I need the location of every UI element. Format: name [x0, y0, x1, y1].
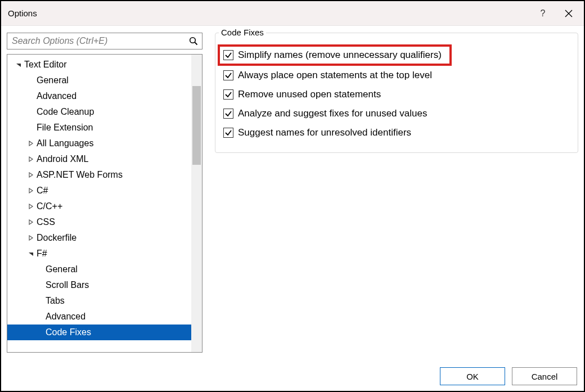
- caret-closed-icon: [28, 156, 34, 163]
- scrollbar[interactable]: [191, 55, 202, 352]
- close-button[interactable]: [556, 1, 582, 26]
- check-label: Simplify names (remove unnecessary quali…: [238, 49, 442, 61]
- tree-item[interactable]: File Extension: [7, 120, 202, 136]
- tree-label: All Languages: [37, 138, 93, 148]
- caret-closed-icon: [28, 172, 34, 178]
- caret-open-icon: [28, 250, 34, 257]
- tree-label: Text Editor: [24, 60, 67, 70]
- tree-item[interactable]: Dockerfile: [7, 230, 202, 246]
- check-row: Always place open statements at the top …: [223, 66, 570, 85]
- scroll-thumb[interactable]: [192, 86, 201, 165]
- tree-label: ASP.NET Web Forms: [37, 170, 123, 180]
- group-label: Code Fixes: [219, 28, 266, 37]
- check-label: Remove unused open statements: [238, 89, 381, 100]
- tree-label: F#: [37, 249, 47, 259]
- right-panel: Code Fixes Simplify names (remove unnece…: [215, 33, 578, 353]
- tree-item[interactable]: Android XML: [7, 151, 202, 167]
- tree-label: Scroll Bars: [46, 280, 89, 290]
- check-label: Always place open statements at the top …: [238, 70, 432, 81]
- checkbox[interactable]: [223, 50, 233, 60]
- check-label: Analyze and suggest fixes for unused val…: [238, 108, 427, 119]
- tree-label: Dockerfile: [37, 233, 76, 243]
- caret-open-icon: [15, 61, 22, 68]
- search-wrap: [7, 33, 202, 49]
- tree-label: General: [46, 264, 78, 274]
- tree-label: Code Cleanup: [37, 107, 94, 117]
- tree-label: C/C++: [37, 201, 62, 211]
- check-row: Simplify names (remove unnecessary quali…: [218, 44, 452, 66]
- tree-label: File Extension: [37, 123, 93, 133]
- checkbox[interactable]: [223, 128, 233, 138]
- caret-closed-icon: [28, 203, 34, 210]
- tree-item[interactable]: Scroll Bars: [7, 277, 202, 293]
- tree-item[interactable]: General: [7, 73, 202, 88]
- checkbox[interactable]: [223, 89, 233, 100]
- tree-item[interactable]: All Languages: [7, 136, 202, 151]
- caret-closed-icon: [28, 235, 34, 241]
- caret-closed-icon: [28, 187, 34, 194]
- tree-label: C#: [37, 186, 48, 196]
- tree-label: Code Fixes: [46, 327, 91, 337]
- tree-item[interactable]: Tabs: [7, 293, 202, 309]
- check-row: Suggest names for unresolved identifiers: [223, 123, 570, 142]
- tree-item[interactable]: Code Cleanup: [7, 104, 202, 120]
- tree-item[interactable]: Advanced: [7, 88, 202, 104]
- groupbox-code-fixes: Code Fixes Simplify names (remove unnece…: [215, 33, 578, 153]
- caret-closed-icon: [28, 219, 34, 226]
- titlebar: Options ?: [1, 1, 584, 26]
- close-icon: [565, 10, 573, 17]
- checkbox[interactable]: [223, 70, 233, 80]
- tree-item-text-editor[interactable]: Text Editor: [7, 57, 202, 73]
- tree-label: Advanced: [37, 91, 76, 101]
- tree-item[interactable]: F#: [7, 246, 202, 262]
- tree-item[interactable]: Code Fixes: [7, 325, 202, 340]
- tree-label: Android XML: [37, 154, 89, 164]
- tree-item[interactable]: Advanced: [7, 309, 202, 325]
- search-input[interactable]: [7, 33, 185, 49]
- dialog-buttons: OK Cancel: [440, 367, 577, 385]
- tree-item[interactable]: CSS: [7, 214, 202, 230]
- tree-item[interactable]: C/C++: [7, 199, 202, 214]
- help-button[interactable]: ?: [530, 1, 556, 26]
- left-panel: Text EditorGeneralAdvancedCode CleanupFi…: [7, 33, 202, 353]
- check-row: Remove unused open statements: [223, 85, 570, 104]
- tree-label: General: [37, 75, 69, 85]
- check-row: Analyze and suggest fixes for unused val…: [223, 104, 570, 123]
- tree-label: Advanced: [46, 312, 86, 322]
- caret-closed-icon: [28, 140, 34, 147]
- svg-point-0: [190, 38, 196, 43]
- tree-item[interactable]: General: [7, 262, 202, 277]
- tree-item[interactable]: ASP.NET Web Forms: [7, 167, 202, 183]
- search-icon[interactable]: [185, 37, 202, 46]
- check-label: Suggest names for unresolved identifiers: [238, 127, 411, 138]
- checkbox[interactable]: [223, 109, 233, 119]
- cancel-button[interactable]: Cancel: [512, 367, 577, 385]
- window-title: Options: [8, 8, 530, 18]
- tree-label: CSS: [37, 217, 55, 227]
- tree: Text EditorGeneralAdvancedCode CleanupFi…: [7, 54, 202, 353]
- ok-button[interactable]: OK: [440, 367, 505, 385]
- tree-item[interactable]: C#: [7, 183, 202, 199]
- tree-label: Tabs: [46, 296, 65, 306]
